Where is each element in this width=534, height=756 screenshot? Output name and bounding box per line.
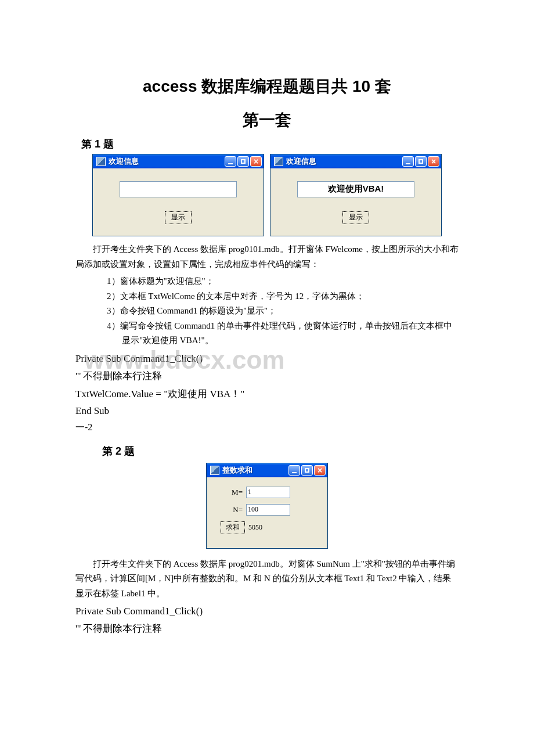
question-1-header: 第 1 题 [81,137,459,151]
q1-window-row: 欢迎信息 显示 欢迎信息 [75,154,459,236]
minimize-icon[interactable] [225,156,236,167]
set-heading: 第一套 [75,109,459,131]
document-page: access 数据库编程题题目共 10 套 第一套 第 1 题 欢迎信息 显示 [0,0,534,663]
code-line: ''' 不得删除本行注释 [75,622,459,635]
list-item: 2）文本框 TxtWelCome 的文本居中对齐，字号为 12，字体为黑体； [107,289,459,304]
sum-result: 5050 [248,523,262,532]
titlebar-buttons [288,465,326,476]
form-icon [210,466,219,475]
minimize-icon[interactable] [402,156,414,167]
client-area: M= N= 求和 5050 [207,477,327,548]
input-m[interactable] [246,487,290,498]
textbox-welcome[interactable] [120,181,237,197]
titlebar[interactable]: 欢迎信息 [93,154,264,168]
form-icon [274,157,283,166]
window-welcome-left: 欢迎信息 显示 [92,154,264,236]
show-button[interactable]: 显示 [165,211,192,224]
section-footer: 一-2 [75,422,459,434]
window-title: 整数求和 [222,465,288,476]
list-item: 1）窗体标题为"欢迎信息"； [107,274,459,289]
sum-button[interactable]: 求和 [221,521,245,534]
input-n[interactable] [246,504,290,516]
q2-window-wrap: 整数求和 M= N= 求和 5050 [75,463,459,549]
list-item: 4）编写命令按钮 Command1 的单击事件处理代码，使窗体运行时，单击按钮后… [107,319,459,348]
code-line: End Sub [75,405,459,417]
field-m: M= [228,487,320,498]
label-n: N= [228,505,243,514]
titlebar[interactable]: 欢迎信息 [270,154,441,168]
window-welcome-right: 欢迎信息 欢迎使用VBA! 显示 [270,154,442,236]
close-icon[interactable] [250,156,262,167]
code-line: TxtWelCome.Value = "欢迎使用 VBA！" [75,387,459,401]
client-area: 欢迎使用VBA! 显示 [270,168,441,236]
q1-requirement-list: 1）窗体标题为"欢迎信息"； 2）文本框 TxtWelCome 的文本居中对齐，… [107,274,459,348]
window-title: 欢迎信息 [109,156,225,167]
maximize-icon[interactable] [301,465,313,476]
client-area: 显示 [93,168,264,236]
maximize-icon[interactable] [415,156,427,167]
label-m: M= [228,488,243,497]
maximize-icon[interactable] [237,156,249,167]
code-line: Private Sub Command1_Click() [75,353,459,365]
field-n: N= [228,504,320,516]
form-icon [96,157,106,166]
window-sum: 整数求和 M= N= 求和 5050 [206,463,328,549]
close-icon[interactable] [314,465,326,476]
list-item: 3）命令按钮 Command1 的标题设为"显示"； [107,304,459,319]
q2-paragraph: 打开考生文件夹下的 Access 数据库 prog0201.mdb。对窗体 Su… [75,557,459,602]
titlebar-buttons [402,156,439,167]
sum-row: 求和 5050 [221,521,320,534]
document-title: access 数据库编程题题目共 10 套 [75,75,459,98]
titlebar-buttons [225,156,262,167]
textbox-welcome[interactable]: 欢迎使用VBA! [297,181,414,197]
close-icon[interactable] [428,156,439,167]
code-line: Private Sub Command1_Click() [75,606,459,617]
q1-paragraph: 打开考生文件夹下的 Access 数据库 prog0101.mdb。打开窗体 F… [75,242,459,272]
window-title: 欢迎信息 [286,156,402,167]
minimize-icon[interactable] [288,465,300,476]
show-button[interactable]: 显示 [342,211,369,224]
code-line: ''' 不得删除本行注释 [75,369,459,383]
titlebar[interactable]: 整数求和 [207,463,327,477]
question-2-header: 第 2 题 [102,444,459,458]
